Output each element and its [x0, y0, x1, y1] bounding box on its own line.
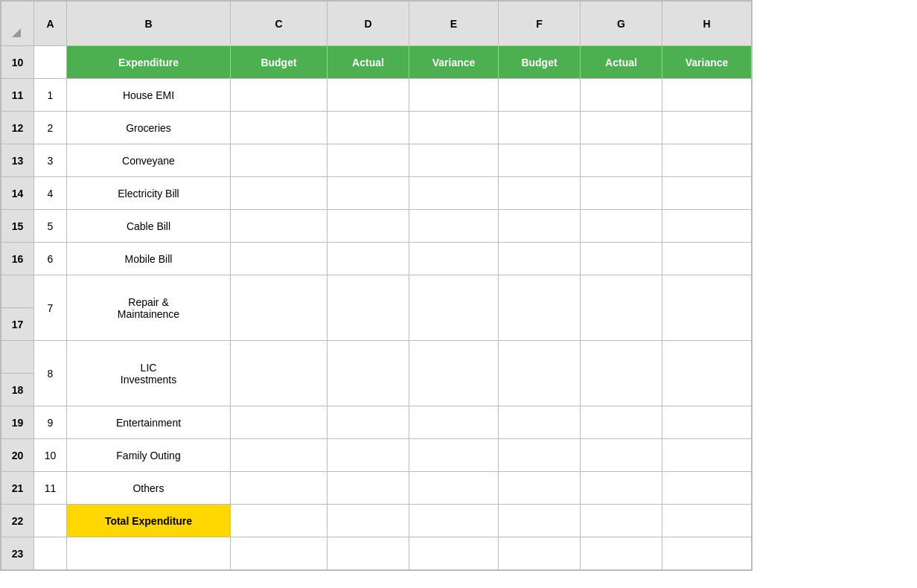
cell-h22[interactable] — [662, 505, 752, 537]
cell-d22[interactable] — [328, 505, 409, 537]
cell-b16[interactable]: Mobile Bill — [67, 243, 231, 275]
cell-g20[interactable] — [581, 439, 662, 472]
cell-h14[interactable] — [662, 177, 752, 210]
cell-g23[interactable] — [581, 537, 662, 570]
cell-a19[interactable]: 9 — [34, 406, 67, 439]
cell-d20[interactable] — [328, 439, 409, 472]
cell-h11[interactable] — [662, 79, 752, 112]
cell-b12[interactable]: Groceries — [67, 112, 231, 144]
cell-e15[interactable] — [409, 210, 499, 243]
cell-h10[interactable]: Variance — [662, 46, 752, 79]
cell-a16[interactable]: 6 — [34, 243, 67, 275]
cell-f16[interactable] — [499, 243, 581, 275]
cell-e21[interactable] — [409, 472, 499, 505]
cell-b14[interactable]: Electricity Bill — [67, 177, 231, 210]
cell-b15[interactable]: Cable Bill — [67, 210, 231, 243]
cell-d-lic[interactable] — [328, 341, 409, 406]
cell-d16[interactable] — [328, 243, 409, 275]
cell-e10[interactable]: Variance — [409, 46, 499, 79]
cell-a13[interactable]: 3 — [34, 144, 67, 177]
cell-a12[interactable]: 2 — [34, 112, 67, 144]
cell-h23[interactable] — [662, 537, 752, 570]
cell-d-repair[interactable] — [328, 275, 409, 341]
cell-a11[interactable]: 1 — [34, 79, 67, 112]
cell-e-lic[interactable] — [409, 341, 499, 406]
cell-g14[interactable] — [581, 177, 662, 210]
cell-b-lic[interactable]: LICInvestments — [67, 341, 231, 406]
cell-h15[interactable] — [662, 210, 752, 243]
cell-a20[interactable]: 10 — [34, 439, 67, 472]
cell-f-repair[interactable] — [499, 275, 581, 341]
cell-d12[interactable] — [328, 112, 409, 144]
cell-f23[interactable] — [499, 537, 581, 570]
cell-b23[interactable] — [67, 537, 231, 570]
cell-e12[interactable] — [409, 112, 499, 144]
cell-h16[interactable] — [662, 243, 752, 275]
cell-g15[interactable] — [581, 210, 662, 243]
cell-c-repair[interactable] — [231, 275, 328, 341]
cell-c20[interactable] — [231, 439, 328, 472]
cell-g22[interactable] — [581, 505, 662, 537]
cell-f11[interactable] — [499, 79, 581, 112]
cell-c13[interactable] — [231, 144, 328, 177]
cell-c-lic[interactable] — [231, 341, 328, 406]
cell-b13[interactable]: Conveyane — [67, 144, 231, 177]
cell-c16[interactable] — [231, 243, 328, 275]
cell-a15[interactable]: 5 — [34, 210, 67, 243]
cell-c22[interactable] — [231, 505, 328, 537]
cell-e11[interactable] — [409, 79, 499, 112]
cell-c23[interactable] — [231, 537, 328, 570]
cell-h-repair[interactable] — [662, 275, 752, 341]
cell-e19[interactable] — [409, 406, 499, 439]
cell-e16[interactable] — [409, 243, 499, 275]
cell-f14[interactable] — [499, 177, 581, 210]
cell-f20[interactable] — [499, 439, 581, 472]
cell-c14[interactable] — [231, 177, 328, 210]
cell-f13[interactable] — [499, 144, 581, 177]
cell-d21[interactable] — [328, 472, 409, 505]
cell-h13[interactable] — [662, 144, 752, 177]
cell-c21[interactable] — [231, 472, 328, 505]
cell-b10[interactable]: Expenditure — [67, 46, 231, 79]
cell-g-lic[interactable] — [581, 341, 662, 406]
cell-h21[interactable] — [662, 472, 752, 505]
cell-g21[interactable] — [581, 472, 662, 505]
cell-d10[interactable]: Actual — [328, 46, 409, 79]
cell-h-lic[interactable] — [662, 341, 752, 406]
cell-g13[interactable] — [581, 144, 662, 177]
cell-c10[interactable]: Budget — [231, 46, 328, 79]
cell-b21[interactable]: Others — [67, 472, 231, 505]
cell-e23[interactable] — [409, 537, 499, 570]
cell-h19[interactable] — [662, 406, 752, 439]
cell-f12[interactable] — [499, 112, 581, 144]
cell-h20[interactable] — [662, 439, 752, 472]
cell-e14[interactable] — [409, 177, 499, 210]
cell-a14[interactable]: 4 — [34, 177, 67, 210]
cell-e20[interactable] — [409, 439, 499, 472]
cell-b19[interactable]: Entertainment — [67, 406, 231, 439]
cell-a10[interactable] — [34, 46, 67, 79]
cell-g16[interactable] — [581, 243, 662, 275]
cell-f19[interactable] — [499, 406, 581, 439]
cell-d11[interactable] — [328, 79, 409, 112]
cell-c11[interactable] — [231, 79, 328, 112]
cell-f10[interactable]: Budget — [499, 46, 581, 79]
cell-d13[interactable] — [328, 144, 409, 177]
cell-g19[interactable] — [581, 406, 662, 439]
cell-f15[interactable] — [499, 210, 581, 243]
cell-b-repair[interactable]: Repair &Maintainence — [67, 275, 231, 341]
cell-a23[interactable] — [34, 537, 67, 570]
cell-c15[interactable] — [231, 210, 328, 243]
cell-g11[interactable] — [581, 79, 662, 112]
cell-b11[interactable]: House EMI — [67, 79, 231, 112]
cell-e13[interactable] — [409, 144, 499, 177]
cell-d19[interactable] — [328, 406, 409, 439]
cell-f22[interactable] — [499, 505, 581, 537]
cell-c19[interactable] — [231, 406, 328, 439]
cell-a-repair[interactable]: 7 — [34, 275, 67, 341]
cell-d15[interactable] — [328, 210, 409, 243]
cell-a22[interactable] — [34, 505, 67, 537]
cell-e22[interactable] — [409, 505, 499, 537]
cell-c12[interactable] — [231, 112, 328, 144]
cell-a-lic[interactable]: 8 — [34, 341, 67, 406]
